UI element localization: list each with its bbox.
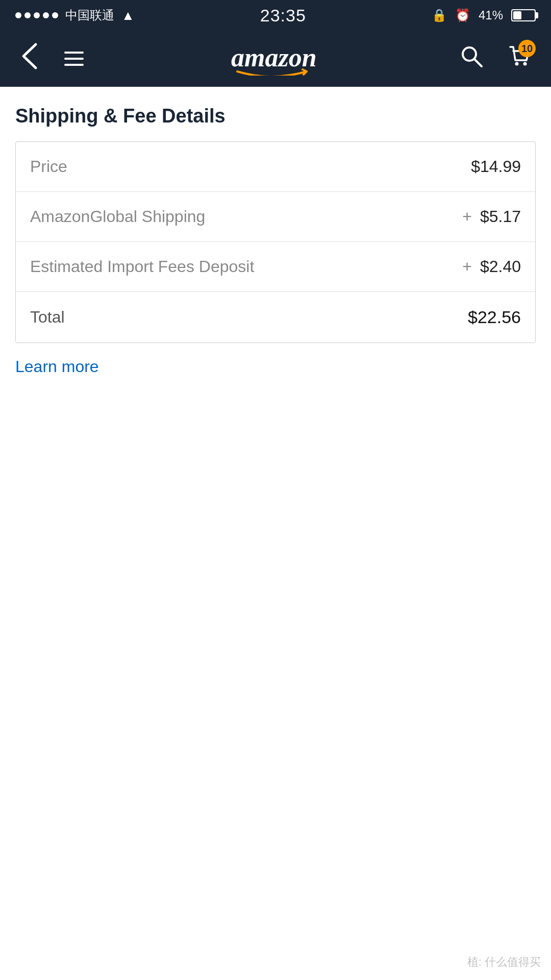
search-button[interactable] <box>455 40 488 78</box>
signal-dot-4 <box>43 12 49 18</box>
status-left: 中国联通 ▲ <box>15 7 135 23</box>
menu-line-1 <box>64 52 84 54</box>
svg-point-4 <box>523 62 527 66</box>
nav-bar: amazon 10 <box>0 31 551 87</box>
battery-icon <box>511 9 536 21</box>
battery-container <box>511 9 536 21</box>
cart-button[interactable]: 10 <box>503 40 536 78</box>
nav-center: amazon <box>226 40 318 78</box>
fee-label-shipping: AmazonGlobal Shipping <box>30 207 462 226</box>
lock-icon: 🔒 <box>432 8 447 22</box>
menu-line-2 <box>64 58 84 60</box>
battery-percent: 41% <box>479 8 503 22</box>
amazon-logo[interactable]: amazon <box>226 40 318 78</box>
alarm-icon: ⏰ <box>455 8 470 22</box>
fee-row-import: Estimated Import Fees Deposit + $2.40 <box>16 242 535 292</box>
signal-dot-1 <box>15 12 21 18</box>
fee-table: Price $14.99 AmazonGlobal Shipping + $5.… <box>15 141 536 343</box>
watermark: 植: 什么值得买 <box>467 954 541 970</box>
menu-line-3 <box>64 64 84 66</box>
signal-dot-5 <box>52 12 58 18</box>
nav-right: 10 <box>455 40 536 78</box>
signal-dot-3 <box>34 12 40 18</box>
svg-point-3 <box>515 62 519 66</box>
fee-value-price: $14.99 <box>471 157 521 176</box>
page-title: Shipping & Fee Details <box>15 105 536 127</box>
fee-value-import: $2.40 <box>480 257 521 276</box>
back-button[interactable] <box>15 37 44 80</box>
svg-line-2 <box>474 59 482 66</box>
carrier-name: 中国联通 <box>65 7 114 23</box>
fee-row-shipping: AmazonGlobal Shipping + $5.17 <box>16 192 535 242</box>
learn-more-link[interactable]: Learn more <box>15 357 99 376</box>
status-bar: 中国联通 ▲ 23:35 🔒 ⏰ 41% <box>0 0 551 31</box>
signal-dots <box>15 12 58 18</box>
battery-fill <box>513 11 521 19</box>
nav-left <box>15 37 89 80</box>
fee-label-import: Estimated Import Fees Deposit <box>30 257 462 276</box>
svg-text:amazon: amazon <box>231 43 317 72</box>
main-content: Shipping & Fee Details Price $14.99 Amaz… <box>0 87 551 395</box>
status-right: 🔒 ⏰ 41% <box>432 8 536 22</box>
fee-value-total: $22.56 <box>468 307 521 327</box>
fee-row-price: Price $14.99 <box>16 142 535 192</box>
fee-row-total: Total $22.56 <box>16 292 535 342</box>
fee-prefix-import: + <box>462 257 472 276</box>
fee-label-price: Price <box>30 157 471 176</box>
wifi-icon: ▲ <box>121 8 135 23</box>
fee-value-shipping: $5.17 <box>480 207 521 226</box>
cart-count-badge: 10 <box>518 40 536 57</box>
fee-label-total: Total <box>30 308 468 327</box>
signal-dot-2 <box>24 12 31 18</box>
menu-button[interactable] <box>59 46 89 71</box>
fee-prefix-shipping: + <box>462 207 472 226</box>
status-time: 23:35 <box>260 6 306 26</box>
